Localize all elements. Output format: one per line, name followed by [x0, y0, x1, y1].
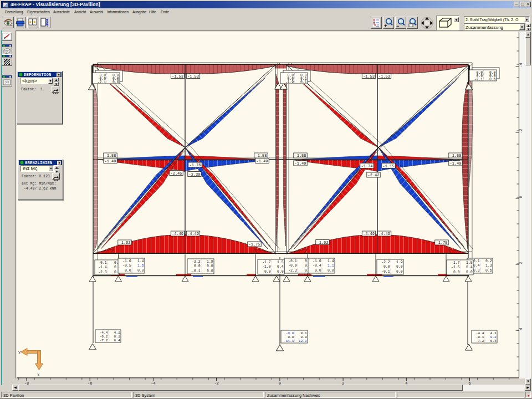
svg-text:-4.49: -4.49 [187, 232, 199, 236]
svg-text:0.0: 0.0 [300, 335, 306, 339]
svg-text:-0.2: -0.2 [100, 335, 108, 339]
svg-text:??: ?? [4, 81, 9, 85]
svg-text:6.4: 6.4 [490, 339, 496, 343]
svg-text:12.8: 12.8 [299, 339, 307, 343]
svg-text:-1.75: -1.75 [248, 242, 260, 247]
svg-text:-2.1: -2.1 [98, 80, 106, 84]
svg-text:-0.4: -0.4 [313, 264, 321, 268]
svg-text:0.2: 0.2 [490, 335, 496, 339]
svg-text:-1.92: -1.92 [119, 241, 130, 245]
svg-text:-1.6: -1.6 [122, 259, 131, 263]
svg-text:4.1: 4.1 [490, 331, 496, 335]
svg-text:6.4: 6.4 [114, 339, 120, 342]
svg-text:2: 2 [342, 381, 344, 386]
svg-text:0.0: 0.0 [328, 269, 334, 273]
svg-text:0.4: 0.4 [277, 265, 284, 269]
svg-text:0.0: 0.0 [264, 270, 271, 274]
svg-text:-1.49: -1.49 [256, 159, 268, 163]
svg-text:1.4: 1.4 [328, 259, 334, 263]
svg-text:1.1: 1.1 [328, 264, 334, 268]
svg-text:-0.0: -0.0 [286, 331, 294, 335]
svg-text:0.: 0. [114, 270, 119, 274]
svg-text:-4: -4 [519, 63, 523, 68]
svg-text:-7.2: -7.2 [100, 339, 108, 342]
svg-text:★: ★ [29, 20, 32, 24]
svg-text:Y: Y [18, 351, 21, 355]
svg-text:-0.1: -0.1 [476, 335, 484, 339]
svg-text:0.0: 0.0 [453, 270, 460, 274]
svg-text:2: 2 [519, 262, 523, 264]
svg-text:-0.1: -0.1 [192, 269, 201, 273]
svg-text:1.3: 1.3 [485, 264, 492, 268]
svg-text:-0.5: -0.5 [122, 264, 131, 268]
svg-text:-1.58: -1.58 [255, 154, 267, 158]
svg-text:-1.49: -1.49 [294, 161, 306, 166]
svg-text:-1.76: -1.76 [189, 163, 201, 167]
svg-text:-1.75: -1.75 [436, 241, 447, 245]
svg-text:0: 0 [279, 381, 281, 386]
svg-text:1.9: 1.9 [207, 260, 213, 264]
svg-text:-1.53: -1.53 [363, 74, 375, 79]
svg-text:+: + [384, 23, 387, 28]
svg-text:-0.1: -0.1 [381, 270, 390, 274]
svg-text:-8: -8 [24, 381, 29, 386]
svg-text:0.2: 0.2 [485, 259, 492, 263]
svg-text:-14.1: -14.1 [284, 339, 294, 343]
svg-text:1.9: 1.9 [396, 260, 403, 264]
svg-text:0.0: 0.0 [137, 269, 144, 273]
svg-text:-1.49: -1.49 [104, 159, 116, 163]
svg-text:X: X [37, 373, 40, 377]
svg-text:4: 4 [405, 381, 407, 386]
svg-text:0.1: 0.1 [300, 80, 307, 84]
svg-text:0.0: 0.0 [207, 269, 213, 273]
svg-text:-1.58: -1.58 [294, 154, 306, 158]
svg-text:0.6: 0.6 [112, 80, 119, 84]
svg-text:-1.49: -1.49 [449, 161, 461, 166]
svg-text:-1.0: -1.0 [262, 265, 271, 269]
svg-text:0: 0 [519, 196, 523, 198]
svg-text:1.5: 1.5 [277, 260, 284, 264]
svg-text:-4.49: -4.49 [378, 232, 390, 236]
svg-text:★: ★ [33, 20, 37, 24]
svg-text:-1.4: -1.4 [98, 265, 107, 269]
svg-text:-1.53: -1.53 [187, 74, 199, 79]
svg-text:0.0: 0.0 [466, 270, 473, 274]
svg-text:0.0: 0.0 [315, 269, 321, 273]
svg-text:-1.7: -1.7 [451, 261, 460, 265]
svg-text:-1.7: -1.7 [262, 260, 271, 264]
svg-text:0.6: 0.6 [485, 269, 492, 273]
svg-text:-6: -6 [88, 381, 92, 386]
svg-text:-1.53: -1.53 [378, 74, 390, 79]
svg-text:0.0: 0.0 [396, 265, 403, 269]
svg-text:-2.3: -2.3 [288, 269, 297, 273]
svg-text:-0.9: -0.9 [288, 264, 297, 268]
svg-text:-1.92: -1.92 [316, 241, 328, 245]
svg-text:0.0: 0.0 [125, 269, 131, 273]
svg-text:-4: -4 [151, 381, 155, 386]
svg-text:-2.3: -2.3 [98, 270, 107, 274]
svg-text:1.5: 1.5 [466, 261, 473, 265]
svg-text:-2.2: -2.2 [192, 260, 201, 264]
svg-text:-1.5: -1.5 [451, 265, 460, 269]
svg-text:0.1: 0.1 [114, 335, 120, 339]
svg-text:0.1: 0.1 [300, 331, 306, 335]
svg-text:0.0: 0.0 [207, 264, 213, 268]
svg-text:-2: -2 [214, 381, 218, 386]
svg-text:1.6: 1.6 [137, 264, 144, 268]
svg-text:0.: 0. [114, 265, 119, 269]
svg-text:-4.49: -4.49 [363, 232, 375, 236]
svg-text:0.0: 0.0 [277, 270, 284, 274]
svg-text:-1.53: -1.53 [172, 74, 183, 79]
svg-text:-2.1: -2.1 [474, 78, 483, 81]
svg-text:-4.4: -4.4 [476, 331, 484, 335]
svg-text:-0.1: -0.1 [288, 259, 297, 263]
svg-text:−: − [396, 23, 399, 28]
svg-text:-2.42: -2.42 [367, 173, 379, 177]
svg-text:-1.15: -1.15 [382, 164, 394, 168]
svg-text:6: 6 [468, 381, 470, 386]
svg-text:-2.45: -2.45 [170, 171, 182, 176]
svg-text:0.6: 0.6 [489, 78, 496, 81]
svg-text:-1.74: -1.74 [361, 164, 372, 168]
svg-text:-4.49: -4.49 [172, 232, 183, 236]
svg-text:0.0: 0.0 [288, 335, 294, 339]
